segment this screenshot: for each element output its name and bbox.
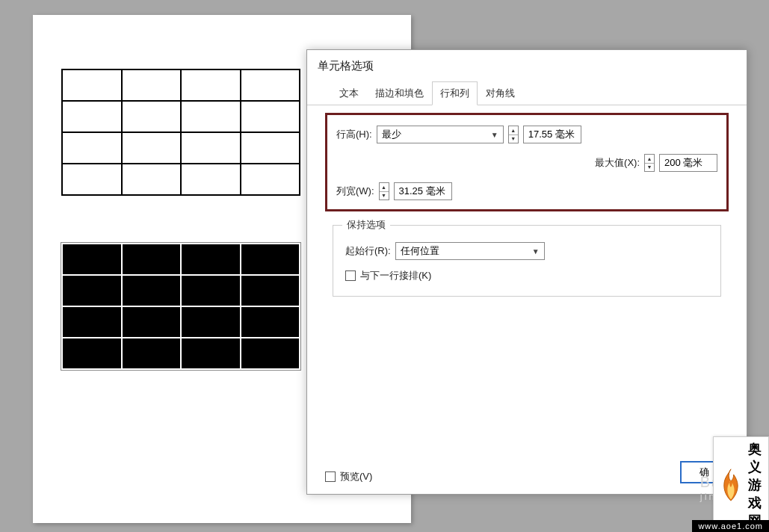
rows-cols-highlight-box: 行高(H): 最少 ▼ ▲▼ 17.55 毫米 最大值(X): ▲▼ 200 毫… (325, 113, 729, 211)
tab-diagonal[interactable]: 对角线 (478, 81, 523, 105)
tab-stroke-fill[interactable]: 描边和填色 (367, 81, 432, 105)
col-width-spinner[interactable]: ▲▼ (379, 182, 389, 200)
sample-table-black[interactable] (61, 243, 300, 370)
max-value-input[interactable]: 200 毫米 (659, 154, 717, 172)
row-height-mode-select[interactable]: 最少 ▼ (377, 126, 504, 143)
keep-with-next-label: 与下一行接排(K) (360, 269, 431, 282)
col-width-label: 列宽(W): (336, 185, 374, 198)
max-value-label: 最大值(X): (595, 156, 640, 170)
max-value-spinner[interactable]: ▲▼ (644, 154, 655, 172)
row-height-label: 行高(H): (336, 128, 372, 141)
row-height-spinner[interactable]: ▲▼ (508, 126, 519, 143)
flame-icon (717, 468, 745, 502)
dialog-footer: 预览(V) 确 (307, 461, 747, 483)
keep-options-legend: 保持选项 (342, 218, 390, 232)
start-row-value: 任何位置 (401, 244, 439, 258)
chevron-down-icon: ▼ (491, 131, 498, 139)
preview-checkbox[interactable] (325, 471, 336, 482)
col-width-input[interactable]: 31.25 毫米 (394, 182, 452, 200)
site-banner: 奥义游戏网 (713, 436, 769, 532)
start-row-select[interactable]: 任何位置 ▼ (395, 242, 545, 260)
preview-label: 预览(V) (340, 470, 372, 483)
keep-with-next-checkbox[interactable] (345, 270, 356, 281)
sample-table-white[interactable] (61, 69, 300, 196)
start-row-label: 起始行(R): (345, 244, 391, 258)
dialog-title: 单元格选项 (307, 50, 747, 81)
tab-text[interactable]: 文本 (331, 81, 367, 105)
chevron-down-icon: ▼ (532, 247, 540, 256)
keep-options-group: 保持选项 起始行(R): 任何位置 ▼ 与下一行接排(K) (333, 225, 721, 297)
site-url: www.aoe1.com (692, 520, 769, 532)
tab-rows-cols[interactable]: 行和列 (432, 81, 478, 105)
tab-bar: 文本 描边和填色 行和列 对角线 (307, 81, 747, 105)
cell-options-dialog: 单元格选项 文本 描边和填色 行和列 对角线 行高(H): 最少 ▼ ▲▼ 17… (306, 49, 747, 495)
row-height-input[interactable]: 17.55 毫米 (523, 126, 581, 143)
row-height-mode-value: 最少 (382, 128, 401, 141)
site-name: 奥义游戏网 (748, 440, 764, 530)
